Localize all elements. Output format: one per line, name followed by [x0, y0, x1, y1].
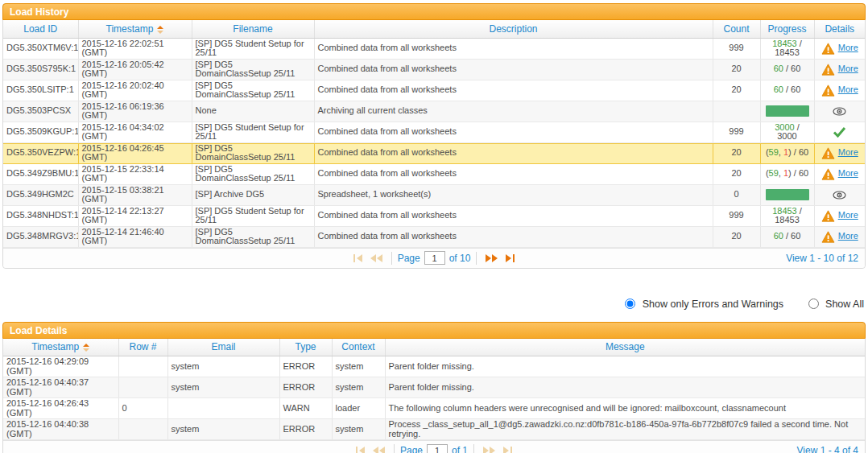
load-id-cell: DG5.349HGM2C [3, 184, 78, 205]
more-link[interactable]: More [838, 231, 858, 241]
progress-cell [760, 101, 814, 121]
column-header-row-number[interactable]: Row # [118, 339, 167, 356]
radio-show-errors-warnings[interactable]: Show only Errors and Warnings [621, 299, 786, 310]
load-history-row[interactable]: DG5.350VEZPW:12015-12-16 04:26:45 (GMT)[… [3, 142, 865, 163]
context-cell: system [332, 377, 385, 398]
timestamp-cell: 2015-12-14 21:46:40 (GMT) [78, 226, 192, 247]
pager-last-button[interactable] [501, 254, 518, 262]
row-number-cell [118, 377, 167, 398]
radio-show-all-input[interactable] [808, 299, 819, 309]
context-cell: system [332, 419, 385, 440]
row-number-cell [118, 419, 167, 440]
column-header-context[interactable]: Context [332, 339, 385, 356]
description-cell: Combined data from all worksheets [314, 142, 713, 163]
filename-cell: [SP] DG5 DomainClassSetup 25/11 [192, 142, 314, 163]
pager-next-button[interactable] [482, 254, 501, 262]
description-cell: Combined data from all worksheets [314, 38, 713, 59]
details-cell: More [814, 59, 865, 80]
timestamp-cell: 2015-12-16 06:19:36 (GMT) [78, 101, 192, 121]
message-cell: Process _class_setup_all_1@dg5.zawadzki.… [385, 419, 865, 440]
load-details-pager: Page of 1 View 1 - 4 of 4 [3, 440, 865, 453]
pager-separator [476, 252, 477, 265]
column-header-label: Timestamp [31, 341, 79, 352]
column-header-label: Description [489, 23, 537, 35]
email-cell: system [167, 356, 279, 377]
more-link[interactable]: More [838, 168, 858, 178]
detail-filter-group: Show only Errors and Warnings Show All [2, 296, 864, 312]
load-history-row[interactable]: DG5.350S795K:12015-12-16 20:05:42 (GMT)[… [3, 59, 865, 80]
more-link[interactable]: More [838, 84, 858, 94]
eye-icon[interactable] [833, 191, 846, 200]
column-header-timestamp[interactable]: Timestamp [78, 20, 192, 38]
type-cell: ERROR [279, 419, 332, 440]
progress-bar [766, 189, 809, 200]
load-history-row[interactable]: DG5.349Z9BMU:12015-12-15 22:33:14 (GMT)[… [3, 163, 865, 184]
radio-show-all-label: Show All [825, 299, 864, 310]
more-link[interactable]: More [838, 64, 858, 73]
count-cell: 999 [713, 205, 760, 226]
column-header-timestamp[interactable]: Timestamp [3, 339, 118, 356]
radio-show-all[interactable]: Show All [804, 299, 864, 310]
filename-cell: [SP] DG5 DomainClassSetup 25/11 [192, 59, 314, 80]
load-details-row[interactable]: 2015-12-16 04:26:43 (GMT)0WARNloaderThe … [3, 398, 865, 419]
context-cell: system [332, 356, 385, 377]
column-header-load-id[interactable]: Load ID [3, 20, 78, 38]
warning-icon [821, 231, 835, 243]
column-header-label: Message [606, 341, 645, 352]
load-details-row[interactable]: 2015-12-16 04:40:37 (GMT)systemERRORsyst… [3, 377, 865, 398]
timestamp-cell: 2015-12-16 04:40:38 (GMT) [3, 419, 118, 440]
column-header-email[interactable]: Email [167, 339, 279, 356]
progress-cell: 60 / 60 [760, 80, 814, 101]
description-cell: Combined data from all worksheets [314, 121, 713, 142]
load-details-row[interactable]: 2015-12-16 04:40:38 (GMT)systemERRORsyst… [3, 419, 865, 440]
load-id-cell: DG5.3503PCSX [3, 101, 78, 121]
email-cell: system [167, 377, 279, 398]
progress-done-count: 3000 [775, 122, 794, 132]
warning-icon [821, 210, 835, 222]
page-input[interactable] [424, 251, 445, 265]
more-link[interactable]: More [838, 210, 858, 220]
more-link[interactable]: More [838, 147, 858, 157]
load-id-cell: DG5.350XTM6V:1 [3, 38, 78, 59]
eye-icon[interactable] [833, 107, 846, 116]
radio-show-errors-warnings-input[interactable] [625, 299, 635, 309]
column-header-label: Load ID [23, 23, 57, 35]
sort-icon [83, 344, 89, 352]
timestamp-cell: 2015-12-16 04:40:37 (GMT) [3, 377, 118, 398]
context-cell: loader [332, 398, 385, 419]
load-id-cell: DG5.349Z9BMU:1 [3, 163, 78, 184]
column-header-description[interactable]: Description [314, 20, 713, 38]
progress-cell: (59, 1) / 60 [760, 163, 814, 184]
column-header-filename[interactable]: Filename [192, 20, 314, 38]
row-number-cell: 0 [118, 398, 167, 419]
load-history-row[interactable]: DG5.349HGM2C2015-12-15 03:38:21 (GMT)[SP… [3, 184, 865, 205]
column-header-label: Timestamp [106, 23, 154, 35]
load-history-row[interactable]: DG5.348NHDST:12015-12-14 22:13:27 (GMT)[… [3, 205, 865, 226]
more-link[interactable]: More [838, 43, 858, 52]
column-header-message[interactable]: Message [385, 339, 865, 356]
load-details-row[interactable]: 2015-12-16 04:29:09 (GMT)systemERRORsyst… [3, 356, 865, 377]
progress-done-count: 18453 [772, 39, 797, 48]
load-history-row[interactable]: DG5.3503PCSX2015-12-16 06:19:36 (GMT)Non… [3, 101, 865, 121]
description-cell: Combined data from all worksheets [314, 80, 713, 101]
progress-done-count: 60 [774, 84, 783, 94]
load-history-row[interactable]: DG5.348MRGV3:12015-12-14 21:46:40 (GMT)[… [3, 226, 865, 247]
details-cell: More [814, 80, 865, 101]
progress-error-count: 1 [783, 147, 788, 157]
details-cell [814, 184, 865, 205]
column-header-count[interactable]: Count [713, 20, 760, 38]
count-cell: 999 [713, 38, 760, 59]
column-header-progress[interactable]: Progress [760, 20, 814, 38]
details-cell: More [814, 142, 865, 163]
column-header-type[interactable]: Type [279, 339, 332, 356]
timestamp-cell: 2015-12-16 04:34:02 (GMT) [78, 121, 192, 142]
page-input[interactable] [427, 444, 448, 453]
load-history-row[interactable]: DG5.350XTM6V:12015-12-16 22:02:51 (GMT)[… [3, 38, 865, 59]
load-history-row[interactable]: DG5.350LSITP:12015-12-16 20:02:40 (GMT)[… [3, 80, 865, 101]
progress-cell: 18453 / 18453 [760, 205, 814, 226]
load-history-row[interactable]: DG5.3509KGUP:12015-12-16 04:34:02 (GMT)[… [3, 121, 865, 142]
column-header-details[interactable]: Details [814, 20, 865, 38]
sort-icon [157, 26, 163, 34]
load-history-title: Load History [2, 3, 866, 20]
message-cell: Parent folder missing. [385, 356, 865, 377]
